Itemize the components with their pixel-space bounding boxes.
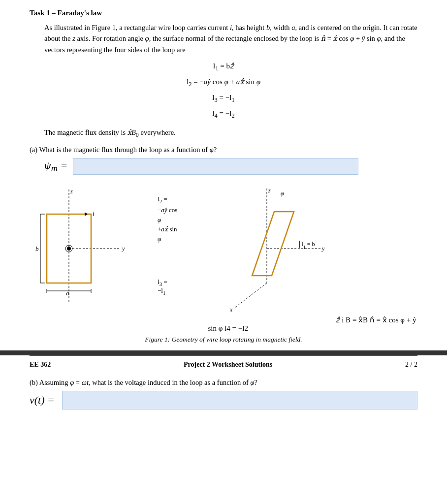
svg-text:y: y — [122, 245, 125, 252]
svg-text:y: y — [321, 245, 325, 252]
svg-text:a: a — [66, 289, 69, 297]
part-b-question: (b) Assuming φ = ωt, what is the voltage… — [30, 378, 417, 387]
footer-left: EE 362 — [30, 361, 51, 369]
part-b-answer-row: v(t) = — [30, 391, 417, 410]
svg-marker-24 — [252, 212, 294, 276]
equations-block: l1 = bẑ l2 = −aŷ cos φ + ax̂ sin φ l3 = … — [30, 59, 417, 122]
figure-right: z φ y x │l1 = bẑ i — [208, 185, 417, 333]
psi-m-symbol: ψm = — [44, 159, 69, 174]
divider-bar — [0, 350, 447, 355]
figure-middle-labels: l2 = −aŷ cos φ +ax̂ sin φ l3 = −l1 — [158, 185, 178, 295]
part-a-answer-row: ψm = — [44, 158, 417, 175]
svg-text:z: z — [268, 187, 271, 194]
figure-left: z y b a i — [30, 185, 128, 315]
part-a-question: (a) What is the magnetic flux through th… — [30, 146, 417, 154]
svg-text:φ: φ — [281, 190, 284, 197]
svg-point-15 — [67, 247, 71, 251]
part-b-answer-box[interactable] — [62, 391, 417, 410]
v-t-symbol: v(t) = — [30, 394, 58, 407]
figure-container: z y b a i — [30, 185, 417, 333]
svg-text:b: b — [35, 245, 39, 252]
footer-center: Project 2 Worksheet Solutions — [184, 361, 272, 369]
figure-caption: Figure 1: Geometry of wire loop rotating… — [30, 336, 417, 344]
svg-text:z: z — [70, 188, 73, 195]
task-title: Task 1 – Faraday's law — [30, 9, 417, 17]
svg-line-22 — [235, 283, 267, 308]
footer-bar: EE 362 Project 2 Worksheet Solutions 2 /… — [30, 355, 417, 373]
footer-right: 2 / 2 — [405, 361, 417, 369]
svg-text:i: i — [93, 211, 94, 218]
flux-density-line: The magnetic flux density is x̂B0 everyw… — [44, 128, 417, 139]
intro-text: As illustrated in Figure 1, a rectangula… — [44, 22, 417, 55]
svg-marker-13 — [85, 212, 88, 216]
part-a-answer-box[interactable] — [73, 158, 358, 175]
svg-text:x: x — [229, 306, 233, 313]
